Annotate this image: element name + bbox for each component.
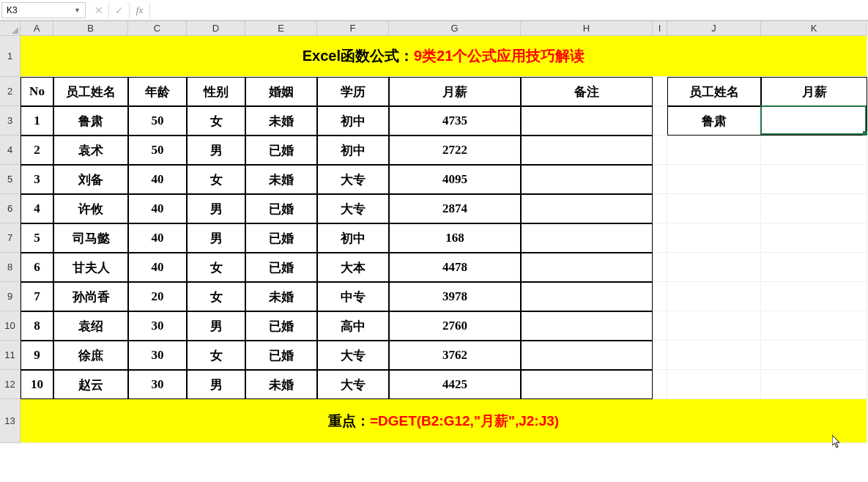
cell-I12[interactable]: [653, 370, 667, 399]
cell-J8[interactable]: [667, 253, 761, 282]
cell-J10[interactable]: [667, 311, 761, 341]
cell-J9[interactable]: [667, 282, 761, 311]
row-header-2[interactable]: 2: [0, 77, 21, 106]
table-cell[interactable]: 已婚: [245, 253, 317, 282]
table-cell[interactable]: 未婚: [245, 165, 317, 194]
table-cell[interactable]: 已婚: [245, 341, 317, 370]
table-cell[interactable]: [521, 282, 653, 311]
table-cell[interactable]: 袁绍: [53, 311, 128, 341]
table-cell[interactable]: 已婚: [245, 311, 317, 341]
table-cell[interactable]: 168: [389, 223, 521, 253]
column-header-F[interactable]: F: [317, 21, 389, 36]
table-cell[interactable]: 中专: [317, 282, 389, 311]
select-all-corner[interactable]: [0, 21, 21, 36]
table-cell[interactable]: 已婚: [245, 194, 317, 223]
cell-I9[interactable]: [653, 282, 667, 311]
table-cell[interactable]: 大专: [317, 165, 389, 194]
table-cell[interactable]: 6: [21, 253, 53, 282]
row-header-5[interactable]: 5: [0, 165, 21, 194]
table-cell[interactable]: 10: [21, 370, 53, 399]
table-cell[interactable]: 30: [128, 341, 187, 370]
cell-J6[interactable]: [667, 194, 761, 223]
cell-K10[interactable]: [761, 311, 867, 341]
column-header-A[interactable]: A: [21, 21, 53, 36]
cell-I3[interactable]: [653, 106, 667, 136]
table-cell[interactable]: 男: [187, 223, 245, 253]
cell-J7[interactable]: [667, 223, 761, 253]
cell-I8[interactable]: [653, 253, 667, 282]
cell-K12[interactable]: [761, 370, 867, 399]
cell-I11[interactable]: [653, 341, 667, 370]
table-cell[interactable]: 2874: [389, 194, 521, 223]
table-cell[interactable]: 高中: [317, 311, 389, 341]
table-cell[interactable]: 9: [21, 341, 53, 370]
table-cell[interactable]: 4735: [389, 106, 521, 136]
column-header-C[interactable]: C: [128, 21, 187, 36]
table-cell[interactable]: 4425: [389, 370, 521, 399]
table-cell[interactable]: 7: [21, 282, 53, 311]
table-cell[interactable]: 女: [187, 341, 245, 370]
table-cell[interactable]: 女: [187, 106, 245, 136]
cell-K9[interactable]: [761, 282, 867, 311]
cell-I2[interactable]: [653, 77, 667, 106]
table-cell[interactable]: 女: [187, 282, 245, 311]
table-cell[interactable]: 2722: [389, 136, 521, 165]
cancel-button[interactable]: ✕: [89, 2, 109, 18]
table-cell[interactable]: 赵云: [53, 370, 128, 399]
table-cell[interactable]: 大专: [317, 194, 389, 223]
table-cell[interactable]: 刘备: [53, 165, 128, 194]
table-cell[interactable]: 女: [187, 253, 245, 282]
table-cell[interactable]: [521, 136, 653, 165]
table-cell[interactable]: [521, 165, 653, 194]
cell-K6[interactable]: [761, 194, 867, 223]
row-header-1[interactable]: 1: [0, 36, 21, 77]
table-cell[interactable]: 2760: [389, 311, 521, 341]
table-cell[interactable]: 男: [187, 194, 245, 223]
table-cell[interactable]: 1: [21, 106, 53, 136]
column-header-H[interactable]: H: [521, 21, 653, 36]
cell-I4[interactable]: [653, 136, 667, 165]
table-cell[interactable]: 30: [128, 311, 187, 341]
cell-J12[interactable]: [667, 370, 761, 399]
table-cell[interactable]: 男: [187, 136, 245, 165]
row-header-10[interactable]: 10: [0, 311, 21, 341]
cell-K7[interactable]: [761, 223, 867, 253]
row-header-8[interactable]: 8: [0, 253, 21, 282]
table-cell[interactable]: 未婚: [245, 282, 317, 311]
table-cell[interactable]: 4: [21, 194, 53, 223]
table-cell[interactable]: 5: [21, 223, 53, 253]
cell-K8[interactable]: [761, 253, 867, 282]
column-header-K[interactable]: K: [761, 21, 867, 36]
enter-button[interactable]: ✓: [109, 2, 130, 18]
row-header-6[interactable]: 6: [0, 194, 21, 223]
table-cell[interactable]: 初中: [317, 106, 389, 136]
lookup-salary-value[interactable]: [761, 106, 867, 136]
table-cell[interactable]: 甘夫人: [53, 253, 128, 282]
cell-I5[interactable]: [653, 165, 667, 194]
name-box[interactable]: K3 ▼: [1, 2, 86, 18]
cell-K4[interactable]: [761, 136, 867, 165]
cell-J11[interactable]: [667, 341, 761, 370]
table-cell[interactable]: 已婚: [245, 136, 317, 165]
table-cell[interactable]: 3762: [389, 341, 521, 370]
table-cell[interactable]: 大专: [317, 370, 389, 399]
table-cell[interactable]: 未婚: [245, 106, 317, 136]
table-cell[interactable]: [521, 370, 653, 399]
table-cell[interactable]: 初中: [317, 136, 389, 165]
table-cell[interactable]: 40: [128, 165, 187, 194]
table-cell[interactable]: 袁术: [53, 136, 128, 165]
table-cell[interactable]: 50: [128, 136, 187, 165]
row-header-11[interactable]: 11: [0, 341, 21, 370]
cell-I6[interactable]: [653, 194, 667, 223]
cell-I10[interactable]: [653, 311, 667, 341]
row-header-3[interactable]: 3: [0, 106, 21, 136]
table-cell[interactable]: 40: [128, 253, 187, 282]
column-header-E[interactable]: E: [245, 21, 317, 36]
table-cell[interactable]: 40: [128, 223, 187, 253]
table-cell[interactable]: 40: [128, 194, 187, 223]
table-cell[interactable]: 8: [21, 311, 53, 341]
row-header-13[interactable]: 13: [0, 399, 21, 443]
table-cell[interactable]: 50: [128, 106, 187, 136]
table-cell[interactable]: 未婚: [245, 370, 317, 399]
row-header-9[interactable]: 9: [0, 282, 21, 311]
